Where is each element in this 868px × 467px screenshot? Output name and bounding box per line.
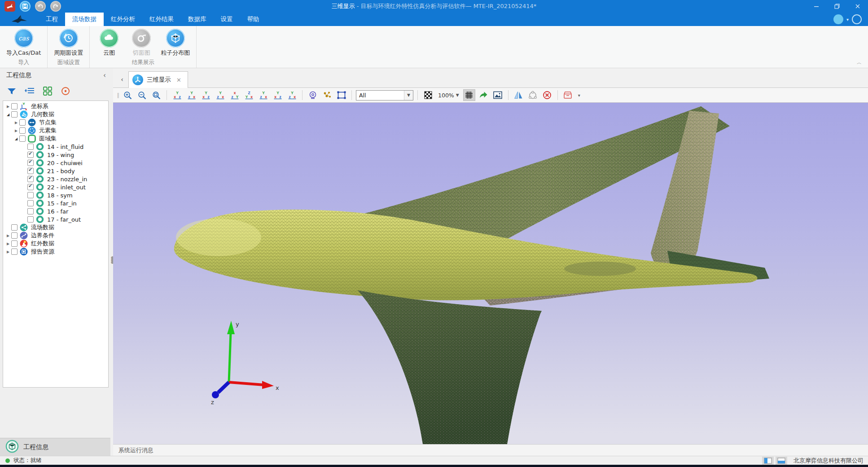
tree-row-14[interactable]: 16 - far [3,207,108,215]
tree-row-17[interactable]: ▶边界条件 [3,231,108,240]
snapshot-button[interactable] [492,89,504,101]
tree-row-18[interactable]: ▶红外数据 [3,240,108,248]
select-arrow-icon[interactable]: ▼ [404,91,413,100]
tree-checkbox[interactable] [27,216,34,223]
locate-button[interactable] [60,86,71,96]
view-left-button[interactable]: Yxz [200,89,212,101]
tree-checkbox[interactable] [11,224,18,231]
save-button[interactable] [20,1,31,12]
opacity-level-dropdown[interactable]: 100%▼ [436,92,461,99]
tree-expander-icon[interactable]: ▶ [5,105,11,109]
tree-row-12[interactable]: 18 - sym [3,191,108,199]
ribbon-collapse-icon[interactable]: ︿ [857,59,862,66]
particle-display-button[interactable] [321,89,333,101]
view-iso-1-button[interactable]: Yzx [257,89,269,101]
zoom-out-button[interactable] [136,89,148,101]
region-box-button[interactable] [335,89,347,101]
tree-checkbox[interactable] [27,168,34,174]
tree-row-5[interactable]: ◢面域集 [3,135,108,143]
view-iso-3-button[interactable]: Yzx [286,89,298,101]
panel-layout-icon[interactable] [833,14,843,24]
clear-button[interactable] [541,89,553,101]
opacity-button[interactable] [422,89,434,101]
tree-checkbox[interactable] [11,249,18,255]
tree-checkbox[interactable] [27,160,34,166]
tree-row-1[interactable]: ▶Yzx坐标系 [3,102,108,110]
panel-collapse-icon[interactable]: ‹ [103,71,106,79]
menu-item-3[interactable]: 红外分析 [104,13,142,26]
ribbon-button-slice[interactable]: 切面图 [127,28,156,57]
tree-row-15[interactable]: 17 - far_out [3,215,108,223]
tree-checkbox[interactable] [27,192,34,198]
tree-row-4[interactable]: ▶元素集 [3,127,108,135]
package-caret-icon[interactable]: ▾ [576,93,582,98]
part-filter-select[interactable]: All▼ [356,90,413,100]
tab-scroll-left-icon[interactable]: ‹ [116,71,128,87]
tree-checkbox[interactable] [11,232,18,239]
undo-button[interactable] [35,1,46,12]
menu-item-2[interactable]: 流场数据 [65,13,104,26]
mesh-toggle-button[interactable] [463,89,475,101]
grid-view-button[interactable] [42,86,53,96]
view-right-button[interactable]: Yzx [214,89,226,101]
view-back-button[interactable]: Yzx [185,89,197,101]
tree-expander-icon[interactable]: ▶ [5,234,11,238]
menu-item-4[interactable]: 红外结果 [142,13,181,26]
tree-row-19[interactable]: ▶报告资源 [3,248,108,256]
close-button[interactable] [847,0,868,13]
tree-checkbox[interactable] [27,144,34,150]
restore-button[interactable] [827,0,847,13]
help-panel-icon[interactable] [852,14,862,24]
project-panel-footer[interactable]: 工程信息 [0,438,110,456]
menu-item-5[interactable]: 数据库 [181,13,214,26]
view-top-button[interactable]: xzY [228,89,241,101]
tree-checkbox[interactable] [27,200,34,206]
tree-checkbox[interactable] [27,176,34,182]
perspective-button[interactable] [307,89,319,101]
tree-checkbox[interactable] [27,152,34,158]
viewport-3d[interactable]: y x z [113,103,868,444]
export-button[interactable] [478,89,490,101]
zoom-in-button[interactable] [122,89,134,101]
tree-row-16[interactable]: 流场数据 [3,223,108,231]
ribbon-button-clock[interactable]: 周期面设置 [52,28,85,57]
tree-expander-icon[interactable]: ▶ [5,242,11,246]
ribbon-button-cloud[interactable]: 云图 [94,28,124,57]
tree-row-9[interactable]: 21 - body [3,167,108,175]
redo-button[interactable] [50,1,61,12]
menu-item-1[interactable]: 工程 [39,13,65,26]
view-iso-2-button[interactable]: Yxz [272,89,284,101]
tree-checkbox[interactable] [27,208,34,214]
package-button[interactable] [562,89,574,101]
tree-expander-icon[interactable]: ▶ [5,250,11,254]
tree-checkbox[interactable] [11,103,18,109]
tree-checkbox[interactable] [11,240,18,247]
tree-expander-icon[interactable]: ◢ [13,137,19,141]
outline-button[interactable] [24,86,35,96]
tree-checkbox[interactable] [11,111,18,118]
menu-item-7[interactable]: 帮助 [240,13,267,26]
tree-row-13[interactable]: 15 - far_in [3,199,108,207]
ribbon-button-particle[interactable]: 粒子分布图 [159,28,192,57]
tree-row-10[interactable]: 23 - nozzle_in [3,175,108,183]
tree-checkbox[interactable] [19,135,26,142]
tab-3d-display[interactable]: 三维显示 ✕ [128,71,188,88]
tree-checkbox[interactable] [19,119,26,126]
tree-checkbox[interactable] [27,184,34,190]
panel-layout-caret-icon[interactable]: ▾ [846,17,849,22]
smooth-button[interactable] [527,89,539,101]
tree-row-11[interactable]: 22 - inlet_out [3,183,108,191]
tree-row-8[interactable]: 20 - chuiwei [3,159,108,167]
tree-expander-icon[interactable]: ▶ [13,121,19,125]
ribbon-button-cas[interactable]: cas导入Cas/Dat [4,28,43,57]
view-bottom-button[interactable]: ZYx [243,89,255,101]
zoom-fit-button[interactable] [150,89,162,101]
tab-close-icon[interactable]: ✕ [176,77,181,83]
menu-item-6[interactable]: 设置 [214,13,240,26]
tree-row-6[interactable]: 14 - int_fluid [3,143,108,151]
tree-expander-icon[interactable]: ▶ [13,129,19,133]
tree-row-3[interactable]: ▶节点集 [3,118,108,127]
layout-bottom-icon[interactable] [776,457,787,465]
tree-row-2[interactable]: ◢几何数据 [3,110,108,118]
tree-checkbox[interactable] [19,127,26,134]
